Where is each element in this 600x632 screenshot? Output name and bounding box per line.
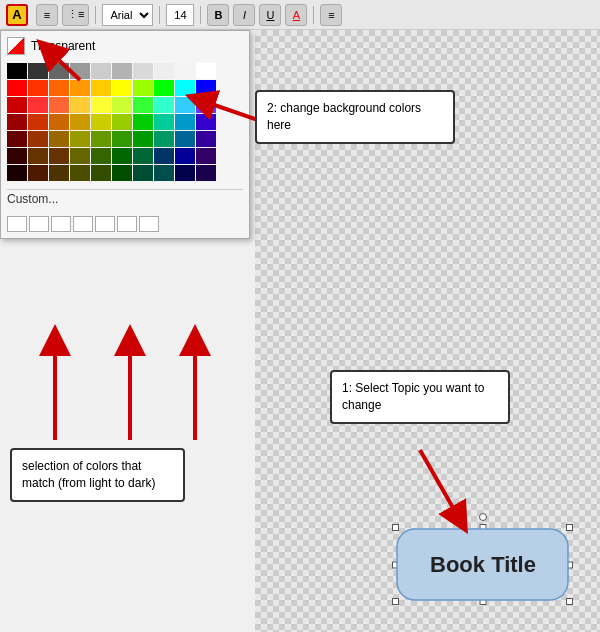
bold-icon: B xyxy=(214,9,222,21)
color-cell[interactable] xyxy=(91,165,111,181)
color-cell[interactable] xyxy=(196,80,216,96)
color-cell[interactable] xyxy=(70,165,90,181)
color-cell[interactable] xyxy=(49,80,69,96)
color-cell[interactable] xyxy=(133,114,153,130)
book-title-text: Book Title xyxy=(430,552,536,577)
rotation-handle[interactable] xyxy=(479,513,487,521)
color-cell[interactable] xyxy=(112,97,132,113)
transparent-row: Transparent xyxy=(7,37,243,55)
color-cell[interactable] xyxy=(7,131,27,147)
color-cell[interactable] xyxy=(49,131,69,147)
color-cell[interactable] xyxy=(28,165,48,181)
color-cell[interactable] xyxy=(49,148,69,164)
color-cell[interactable] xyxy=(49,114,69,130)
font-size-input[interactable] xyxy=(166,4,194,26)
recent-cell-6[interactable] xyxy=(117,216,137,232)
recent-cell-2[interactable] xyxy=(29,216,49,232)
color-cell[interactable] xyxy=(154,63,174,79)
color-cell[interactable] xyxy=(133,97,153,113)
color-cell[interactable] xyxy=(70,63,90,79)
font-a-icon: A xyxy=(293,9,300,21)
color-cell[interactable] xyxy=(133,131,153,147)
transparent-icon xyxy=(7,37,25,55)
color-cell[interactable] xyxy=(91,148,111,164)
color-cell[interactable] xyxy=(175,80,195,96)
color-cell[interactable] xyxy=(196,131,216,147)
color-cell[interactable] xyxy=(28,114,48,130)
color-cell[interactable] xyxy=(91,63,111,79)
color-cell[interactable] xyxy=(154,165,174,181)
align-button[interactable]: ≡ xyxy=(320,4,342,26)
font-family-select[interactable]: Arial xyxy=(102,4,153,26)
color-cell[interactable] xyxy=(175,114,195,130)
color-cell[interactable] xyxy=(112,148,132,164)
main-area: Transparent Custom... 2: change backgrou… xyxy=(0,30,600,632)
color-cell[interactable] xyxy=(154,131,174,147)
italic-icon: I xyxy=(243,9,246,21)
color-cell[interactable] xyxy=(70,148,90,164)
color-cell[interactable] xyxy=(28,80,48,96)
color-cell[interactable] xyxy=(133,165,153,181)
recent-cell-7[interactable] xyxy=(139,216,159,232)
color-cell[interactable] xyxy=(196,97,216,113)
color-cell[interactable] xyxy=(7,97,27,113)
color-cell[interactable] xyxy=(154,97,174,113)
color-cell[interactable] xyxy=(28,148,48,164)
color-cell[interactable] xyxy=(49,165,69,181)
callout2-text: 2: change background colors here xyxy=(267,101,421,132)
color-cell[interactable] xyxy=(91,131,111,147)
color-cell[interactable] xyxy=(175,148,195,164)
color-cell[interactable] xyxy=(175,131,195,147)
color-cell[interactable] xyxy=(175,97,195,113)
bullets-button[interactable]: ⋮≡ xyxy=(62,4,89,26)
color-cell[interactable] xyxy=(7,80,27,96)
underline-button[interactable]: U xyxy=(259,4,281,26)
color-cell[interactable] xyxy=(112,131,132,147)
color-cell[interactable] xyxy=(91,114,111,130)
color-cell[interactable] xyxy=(70,114,90,130)
recent-cell-5[interactable] xyxy=(95,216,115,232)
color-cell[interactable] xyxy=(175,165,195,181)
color-cell[interactable] xyxy=(28,63,48,79)
color-cell[interactable] xyxy=(49,63,69,79)
custom-color-label[interactable]: Custom... xyxy=(7,189,243,210)
color-cell[interactable] xyxy=(133,63,153,79)
color-cell[interactable] xyxy=(91,80,111,96)
color-cell[interactable] xyxy=(49,97,69,113)
color-cell[interactable] xyxy=(154,80,174,96)
color-cell[interactable] xyxy=(133,80,153,96)
color-cell[interactable] xyxy=(7,114,27,130)
color-cell[interactable] xyxy=(112,80,132,96)
italic-button[interactable]: I xyxy=(233,4,255,26)
color-cell[interactable] xyxy=(133,148,153,164)
color-cell[interactable] xyxy=(196,63,216,79)
book-title-svg: Book Title xyxy=(395,527,570,602)
color-cell[interactable] xyxy=(196,114,216,130)
color-cell[interactable] xyxy=(70,131,90,147)
color-cell[interactable] xyxy=(7,165,27,181)
callout-select-topic: 1: Select Topic you want to change xyxy=(330,370,510,424)
color-cell[interactable] xyxy=(70,80,90,96)
color-cell[interactable] xyxy=(112,63,132,79)
color-cell[interactable] xyxy=(196,165,216,181)
color-cell[interactable] xyxy=(154,148,174,164)
color-cell[interactable] xyxy=(28,131,48,147)
color-cell[interactable] xyxy=(175,63,195,79)
font-color-a-button[interactable]: A xyxy=(285,4,307,26)
color-cell[interactable] xyxy=(112,165,132,181)
recent-cell-1[interactable] xyxy=(7,216,27,232)
recent-cell-3[interactable] xyxy=(51,216,71,232)
book-title-container[interactable]: Book Title xyxy=(395,527,570,602)
color-cell[interactable] xyxy=(154,114,174,130)
color-cell[interactable] xyxy=(7,63,27,79)
color-cell[interactable] xyxy=(28,97,48,113)
font-color-button[interactable]: A xyxy=(6,4,28,26)
color-cell[interactable] xyxy=(91,97,111,113)
line-spacing-button[interactable]: ≡ xyxy=(36,4,58,26)
color-cell[interactable] xyxy=(112,114,132,130)
color-cell[interactable] xyxy=(7,148,27,164)
color-cell[interactable] xyxy=(196,148,216,164)
recent-cell-4[interactable] xyxy=(73,216,93,232)
color-cell[interactable] xyxy=(70,97,90,113)
bold-button[interactable]: B xyxy=(207,4,229,26)
